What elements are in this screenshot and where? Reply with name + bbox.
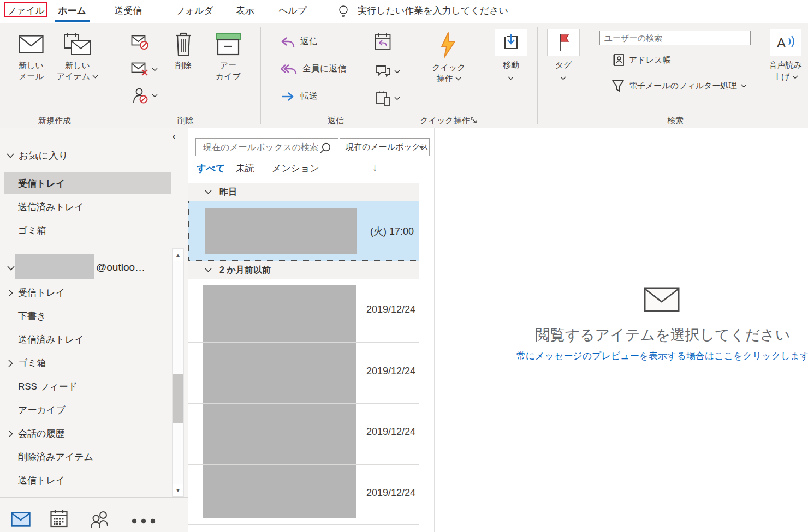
group-label-delete: 削除 <box>142 116 229 126</box>
move-label: 移動 <box>495 60 527 70</box>
quick-steps-label-text: 操作 <box>436 73 453 84</box>
folder-pane: ‹ お気に入り 受信トレイ 送信済みトレイ ゴミ箱 @outloo… 受信トレイ… <box>0 128 188 532</box>
tab-home[interactable]: ホーム <box>55 3 90 19</box>
delete-label: 削除 <box>175 60 192 71</box>
favorite-inbox[interactable]: 受信トレイ <box>18 177 65 190</box>
tab-send-receive-label: 送受信 <box>115 5 142 16</box>
tell-me-box[interactable]: 実行したい作業を入力してください <box>358 3 516 19</box>
delete-button[interactable]: 削除 <box>167 28 200 71</box>
message-row-selected[interactable]: (火) 17:00 <box>188 201 419 261</box>
tab-help[interactable]: ヘルプ <box>277 3 308 19</box>
address-book-label: アドレス帳 <box>629 55 670 65</box>
reply-button[interactable]: 返信 <box>281 36 318 47</box>
scrollbar-thumb[interactable] <box>173 374 183 423</box>
read-aloud-icon: A <box>770 29 801 56</box>
clipboard-phone-icon <box>376 91 391 106</box>
address-book-button[interactable]: アドレス帳 <box>613 53 670 67</box>
folder-inbox[interactable]: 受信トレイ <box>18 286 65 299</box>
group-divider <box>537 27 538 124</box>
always-preview-link[interactable]: 常にメッセージのプレビューを表示する場合はここをクリックします <box>499 350 808 362</box>
folder-sent[interactable]: 送信済みトレイ <box>18 333 84 346</box>
folder-deleted-items[interactable]: 削除済みアイテム <box>18 451 93 463</box>
new-mail-icon <box>19 28 44 60</box>
ignore-button[interactable] <box>131 35 148 50</box>
list-group-older-label: 2 か月前以前 <box>219 265 271 276</box>
list-group-yesterday[interactable]: 昨日 <box>188 183 419 201</box>
chat-bubbles-icon <box>376 65 391 78</box>
move-icon <box>495 29 527 56</box>
forward-button[interactable]: 転送 <box>281 91 318 102</box>
new-items-label-1: 新しい <box>65 60 90 71</box>
chevron-down-icon[interactable] <box>7 153 14 158</box>
folder-drafts[interactable]: 下書き <box>18 310 46 322</box>
new-mail-button[interactable]: 新しい メール <box>10 28 52 82</box>
list-group-older[interactable]: 2 か月前以前 <box>188 261 419 279</box>
outlook-window: ファイル ホーム 送受信 フォルダー 表示 ヘルプ 実行したい作業を入力してくだ… <box>0 0 808 532</box>
tab-all[interactable]: すべて <box>197 162 225 175</box>
folder-archive[interactable]: アーカイブ <box>18 404 66 416</box>
tab-unread[interactable]: 未読 <box>236 162 254 175</box>
group-label-new: 新規作成 <box>11 116 98 126</box>
account-name-suffix[interactable]: @outloo… <box>96 261 145 273</box>
people-module-icon[interactable] <box>90 511 110 528</box>
module-switcher <box>0 497 188 532</box>
tell-me-label: 実行したい作業を入力してください <box>358 5 508 16</box>
folder-conversation-history[interactable]: 会話の履歴 <box>18 427 64 440</box>
list-group-yesterday-label: 昨日 <box>219 187 237 198</box>
group-divider <box>415 27 415 124</box>
envelope-icon <box>644 287 680 312</box>
new-mail-label-1: 新しい <box>19 60 44 71</box>
tab-folder[interactable]: フォルダー <box>171 3 218 19</box>
tab-file[interactable]: ファイル <box>4 2 47 17</box>
search-people-input[interactable] <box>599 31 751 45</box>
chevron-down-icon <box>792 75 798 79</box>
archive-label-1: アー <box>220 60 236 71</box>
row-separator <box>188 464 419 465</box>
calendar-module-icon[interactable] <box>50 510 68 528</box>
mailbox-search-input[interactable] <box>195 138 338 156</box>
folder-scrollbar[interactable]: ▲ ▼ <box>172 248 184 497</box>
folder-rss[interactable]: RSS フィード <box>18 380 78 393</box>
dialog-launcher-icon[interactable] <box>471 117 478 124</box>
chevron-down-icon[interactable] <box>7 266 15 271</box>
favorite-sent[interactable]: 送信済みトレイ <box>18 201 84 213</box>
message-list-pane: 現在のメールボックス すべて 未読 メンション ↓ 昨日 (火) 17:00 2… <box>188 128 435 532</box>
tab-send-receive[interactable]: 送受信 <box>112 3 145 19</box>
folder-trash[interactable]: ゴミ箱 <box>18 357 46 369</box>
chevron-right-icon[interactable] <box>8 289 13 297</box>
more-respond-button[interactable] <box>376 91 400 106</box>
cleanup-button[interactable] <box>131 62 158 76</box>
mail-module-icon[interactable] <box>11 512 31 527</box>
group-label-find: 検索 <box>632 116 719 126</box>
search-icon[interactable] <box>319 142 331 154</box>
quick-steps-button[interactable]: クイック 操作 <box>426 28 472 84</box>
chevron-right-icon[interactable] <box>8 360 13 367</box>
active-tab-underline <box>55 20 90 22</box>
meeting-reply-icon <box>375 33 391 50</box>
archive-button[interactable]: アー カイブ <box>209 28 247 82</box>
tab-home-label: ホーム <box>58 5 86 16</box>
group-divider <box>589 27 589 124</box>
favorites-header[interactable]: お気に入り <box>19 149 68 162</box>
archive-label-2: カイブ <box>216 71 241 82</box>
more-modules-icon[interactable] <box>131 518 156 524</box>
meeting-reply-button[interactable] <box>375 33 391 50</box>
reply-icon <box>281 37 295 47</box>
message-time: (火) 17:00 <box>370 225 414 238</box>
search-scope-dropdown[interactable]: 現在のメールボックス <box>340 138 430 156</box>
chevron-right-icon[interactable] <box>8 430 13 438</box>
tab-view[interactable]: 表示 <box>234 3 257 19</box>
sort-order-icon[interactable]: ↓ <box>372 162 377 174</box>
im-button[interactable] <box>376 65 400 78</box>
reply-all-button[interactable]: 全員に返信 <box>281 63 346 75</box>
row-separator <box>188 524 419 525</box>
scroll-down-button[interactable]: ▼ <box>173 484 183 496</box>
folder-outbox[interactable]: 送信トレイ <box>18 474 65 487</box>
collapse-pane-button[interactable]: ‹ <box>173 131 175 141</box>
tab-mentions[interactable]: メンション <box>272 162 319 175</box>
new-items-button[interactable]: 新しい アイテム <box>54 28 102 82</box>
junk-button[interactable] <box>132 87 158 104</box>
favorite-trash[interactable]: ゴミ箱 <box>18 224 46 237</box>
filter-email-button[interactable]: 電子メールのフィルター処理 <box>611 80 747 92</box>
scroll-up-button[interactable]: ▲ <box>173 249 183 261</box>
